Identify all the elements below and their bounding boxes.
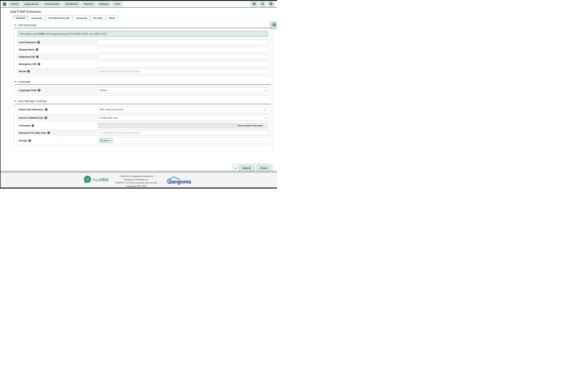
outbound-cid-label: Outbound CID [19,56,35,58]
help-icon[interactable]: ? [45,117,47,119]
section-title: Add Extension [18,24,37,27]
display-name-input[interactable] [98,47,268,52]
nav-settings[interactable]: Settings [97,2,111,6]
window-edge-left [0,0,0,189]
translate-icon: A [252,2,256,6]
secret-label: Secret [19,70,26,73]
row-language-code: Language Code ? Default [16,86,269,94]
svg-text:Sangoma: Sangoma [168,179,191,184]
username-input-disabled [98,123,233,128]
nav-connectivity[interactable]: Connectivity [42,2,62,6]
freepbx-frog-icon[interactable] [2,2,7,6]
password-new-user-input[interactable]: 67cd85a8cf0126d75a3c146505aca5f4 [98,130,268,136]
language-code-label: Language Code [19,89,37,91]
help-icon[interactable]: ? [36,56,39,58]
use-custom-username-checkbox[interactable] [234,124,237,127]
chevron-down-icon [264,108,266,111]
row-username: Username ? Use Custom Username [16,122,269,129]
user-extension-input[interactable] [98,40,268,45]
group-tag-all-users[interactable]: All Users × [99,138,113,143]
password-new-user-label: Password For New User [19,131,46,134]
link-default-user-select[interactable]: Create New User [98,115,268,121]
row-groups: Groups ? All Users × [16,136,269,145]
help-icon[interactable]: ? [37,41,40,44]
group-tag-label: All Users [100,139,109,142]
section-add-extension[interactable]: Add Extension [14,24,273,27]
notice-prefix: This device uses [20,32,38,35]
outbound-cid-input[interactable] [98,54,268,60]
notice-suffix: technology listening on Port 5060 (UDP),… [45,32,107,35]
section-user-manager[interactable]: User Manager Settings [14,99,273,102]
secret-input[interactable]: 9b443f0c3c6c94e2515cee40354839bc [98,69,268,74]
help-icon[interactable]: ? [31,124,34,127]
sangoma-logo: Sangoma [164,176,194,185]
language-code-select[interactable]: Default [98,87,268,93]
emergency-cid-input[interactable] [98,61,268,67]
submit-button[interactable]: Submit [238,165,255,171]
collapse-minus-icon [14,25,16,25]
password-value-blurred: 67cd85a8cf0126d75a3c146505aca5f4 [99,131,140,134]
secret-value-blurred: 9b443f0c3c6c94e2515cee40354839bc [99,70,141,73]
nav-reports[interactable]: Reports [82,2,96,6]
search-button[interactable] [259,1,266,7]
help-icon[interactable]: ? [36,48,38,51]
language-translate-button[interactable]: A [251,1,258,7]
help-icon[interactable]: ? [47,131,50,134]
notice-bold: PJSIP [38,32,45,35]
nav-applications[interactable]: Applications [22,2,41,6]
tab-advanced[interactable]: Advanced [73,15,90,21]
user-directory-value: PBX Internal Directory [100,108,123,111]
footer-legal-text: FreePBX is a registered trademark of San… [115,175,157,188]
groups-tag-input[interactable]: All Users × [98,137,268,144]
pjsip-notice: This device uses PJSIP technology listen… [17,31,268,37]
help-icon[interactable]: ? [38,63,40,65]
tab-voicemail[interactable]: Voicemail [28,15,45,21]
row-link-default-user: Link to a Default User ? Create New User [16,114,269,122]
navbar-right-icons: A [251,1,275,7]
freepbx-footer-logo: freePBX [83,175,109,184]
search-icon [261,2,264,6]
gear-icon [269,2,273,6]
help-icon[interactable]: ? [45,108,48,111]
tab-other[interactable]: Other [106,15,118,21]
collapse-actions-icon[interactable]: » [235,167,236,170]
use-custom-username-label: Use Custom Username [238,124,263,127]
user-manager-fieldset: Select User Directory: ? PBX Internal Di… [14,104,271,146]
display-name-label: Display Name [19,48,34,51]
tab-find-me-follow-me[interactable]: Find Me/Follow Me [45,15,72,21]
help-icon[interactable]: ? [27,70,30,73]
collapse-minus-icon [14,81,16,82]
language-fieldset: Language Code ? Default [14,84,271,96]
chevron-down-icon [264,89,266,91]
nav-dashboard[interactable]: Dashboard [63,2,80,6]
chevron-down-icon [264,117,266,119]
remove-tag-icon[interactable]: × [110,139,112,142]
reset-button[interactable]: Reset [257,165,271,171]
help-icon[interactable]: ? [29,139,31,142]
footer-line: FreePBX is a registered trademark of [115,175,157,178]
footer-separator [0,171,277,173]
link-default-user-label: Link to a Default User [19,117,43,119]
footer-line: Sangoma Technologies Inc. [115,178,157,181]
svg-text:A: A [254,3,255,5]
user-extension-label: User Extension [19,41,36,44]
form-index-toggle-button[interactable] [271,22,277,29]
row-outbound-cid: Outbound CID ? [16,53,269,60]
footer-line: Copyright© 2007-2025 [115,184,157,188]
window-edge-top [0,0,277,1]
nav-ucp[interactable]: UCP [112,2,122,6]
tab-pin-sets[interactable]: Pin Sets [90,15,106,21]
help-icon[interactable]: ? [38,89,40,91]
list-icon [272,23,276,27]
footer: freePBX FreePBX is a registered trademar… [0,173,277,187]
settings-gear-button[interactable] [267,1,275,7]
user-directory-select[interactable]: PBX Internal Directory [98,107,268,112]
top-navbar: Admin Applications Connectivity Dashboar… [0,1,277,8]
freepbx-wordmark: freePBX [93,178,109,182]
nav-admin[interactable]: Admin [8,2,21,6]
footer-line: FreePBX 17.0.19.25 is licensed under the… [115,181,157,184]
add-extension-fieldset: This device uses PJSIP technology listen… [14,28,271,76]
tab-general[interactable]: General [13,15,28,21]
section-language[interactable]: Language [14,80,273,83]
row-user-extension: User Extension ? [16,39,269,46]
